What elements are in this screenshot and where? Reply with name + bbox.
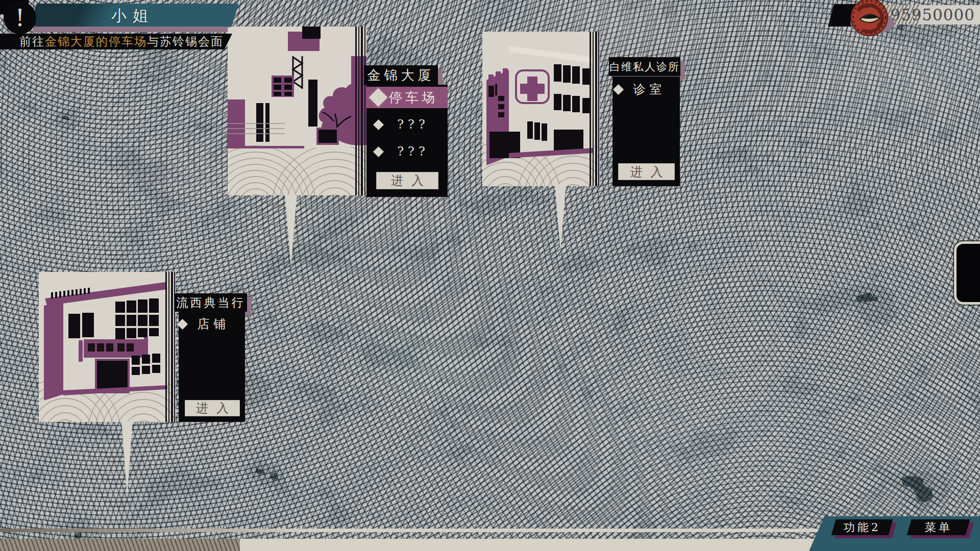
banner-underline [32,27,229,32]
enter-button-pawnshop[interactable]: 进入 [185,400,240,416]
location-title-pawnshop: 流西典当行 [175,293,247,312]
currency-amount: 95950000 [890,5,975,24]
objective-highlight: 金锦大厦的停车场 [45,34,147,49]
option-shop[interactable]: 店铺 [179,316,241,332]
building-art-clinic[interactable] [482,32,600,186]
objective-prefix: 前往 [19,34,45,49]
map-screen: 金锦大厦 停车场 ??? ??? 进入 [0,0,980,551]
bottom-film-line [0,529,823,532]
character-title: 小姐 [31,6,235,27]
location-menu-clinic: 诊室 进入 [612,77,680,186]
quest-objective: 前往金锦大厦的停车场与苏铃锡会面 [0,34,232,49]
building-art-pawnshop[interactable] [39,272,176,422]
option-consult-room[interactable]: 诊室 [615,82,677,97]
enter-button-clinic[interactable]: 进入 [618,163,675,180]
enter-button-jinjin[interactable]: 进入 [376,172,438,189]
building-art-jinjin-tower[interactable] [228,27,366,195]
location-name: 流西典当行 [177,295,246,311]
alert-exclamation-icon: ! [4,2,36,34]
location-menu-jinjin: 停车场 ??? ??? 进入 [366,85,448,197]
location-title-clinic: 白维私人诊所 [609,57,680,76]
objective-suffix: 与苏铃锡会面 [147,34,224,49]
location-title-jinjin: 金锦大厦 [364,65,438,85]
function2-button[interactable]: 功能2 [831,519,893,535]
location-menu-pawnshop: 店铺 进入 [179,311,245,422]
location-name: 金锦大厦 [368,66,435,84]
option-unknown-1[interactable]: ??? [375,117,444,132]
eye-coin-icon [824,0,898,41]
menu-button[interactable]: 菜单 [907,519,970,535]
footer-panel: 功能2 菜单 [801,516,980,551]
location-name: 白维私人诊所 [609,60,680,74]
edge-drawer-handle[interactable] [954,241,980,305]
option-parking-lot-selected[interactable]: 停车场 [366,87,448,108]
option-unknown-2[interactable]: ??? [375,144,444,159]
